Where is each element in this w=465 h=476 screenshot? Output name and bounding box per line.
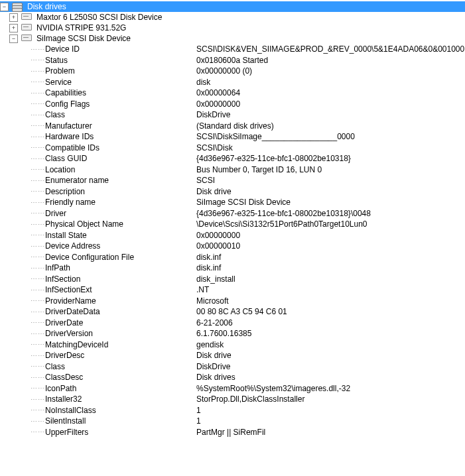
property-row[interactable]: ⋯⋯DriverVersion6.1.7600.16385 <box>31 328 465 339</box>
property-row[interactable]: ⋯⋯Hardware IDsSCSI\DiskSiImage__________… <box>31 131 465 143</box>
tree-guide-icon: ⋯⋯ <box>31 297 45 304</box>
property-value: DiskDrive <box>196 362 465 371</box>
property-value: Bus Number 0, Target ID 16, LUN 0 <box>196 165 465 174</box>
property-value: 0x00000000 <box>196 99 465 109</box>
property-key: Hardware IDs <box>45 132 196 141</box>
property-row[interactable]: ⋯⋯Device Configuration Filedisk.inf <box>31 252 465 263</box>
property-row[interactable]: ⋯⋯Manufacturer(Standard disk drives) <box>31 121 465 132</box>
property-row[interactable]: ⋯⋯Device Address0x00000010 <box>31 241 465 252</box>
tree-node-device[interactable]: + Maxtor 6 L250S0 SCSI Disk Device <box>0 12 465 23</box>
property-value: .NT <box>196 285 465 294</box>
property-key: UpperFilters <box>45 428 196 437</box>
property-value: 6-21-2006 <box>196 318 465 327</box>
property-value: StorProp.Dll,DiskClassInstaller <box>196 394 465 404</box>
property-row[interactable]: ⋯⋯Installer32StorProp.Dll,DiskClassInsta… <box>31 394 465 405</box>
property-row[interactable]: ⋯⋯Config Flags0x00000000 <box>31 99 465 110</box>
property-value: SiImage SCSI Disk Device <box>196 198 465 207</box>
property-row[interactable]: ⋯⋯Device IDSCSI\DISK&VEN_SIIMAGE&PROD_&R… <box>31 44 465 55</box>
property-value: (Standard disk drives) <box>196 121 465 131</box>
property-row[interactable]: ⋯⋯DriverDescDisk drive <box>31 350 465 361</box>
property-key: NoInstallClass <box>45 406 196 415</box>
property-value: gendisk <box>196 340 465 349</box>
tree-guide-icon: ⋯⋯ <box>31 122 45 129</box>
property-key: DriverDateData <box>45 307 196 316</box>
tree-guide-icon: ⋯⋯ <box>31 133 45 141</box>
node-label: Maxtor 6 L250S0 SCSI Disk Device <box>35 13 163 22</box>
tree-node-disk-drives[interactable]: − Disk drives <box>0 1 465 12</box>
expand-icon[interactable]: + <box>9 24 18 32</box>
property-row[interactable]: ⋯⋯ClassDiskDrive <box>31 361 465 373</box>
property-key: Driver <box>45 209 196 218</box>
property-value: 1 <box>196 406 465 415</box>
property-row[interactable]: ⋯⋯InfSectionExt.NT <box>31 284 465 296</box>
tree-guide-icon: ⋯⋯ <box>31 199 45 206</box>
tree-guide-icon: ⋯⋯ <box>31 111 45 119</box>
property-value: PartMgr || SiRemFil <box>196 428 465 437</box>
property-value: SCSI\DiskSiImage_________________0000 <box>196 132 465 141</box>
property-value: DiskDrive <box>196 110 465 119</box>
property-row[interactable]: ⋯⋯UpperFiltersPartMgr || SiRemFil <box>31 427 465 438</box>
collapse-icon[interactable]: − <box>0 3 9 11</box>
tree-guide-icon: ⋯⋯ <box>31 265 45 272</box>
property-row[interactable]: ⋯⋯ClassDescDisk drives <box>31 372 465 383</box>
property-key: DriverDate <box>45 318 196 327</box>
property-key: Friendly name <box>45 198 196 207</box>
property-row[interactable]: ⋯⋯ClassDiskDrive <box>31 109 465 121</box>
property-key: Description <box>45 187 196 196</box>
tree-guide-icon: ⋯⋯ <box>31 428 45 436</box>
property-row[interactable]: ⋯⋯Driver{4d36e967-e325-11ce-bfc1-08002be… <box>31 208 465 219</box>
property-row[interactable]: ⋯⋯ProviderNameMicrosoft <box>31 296 465 307</box>
property-row[interactable]: ⋯⋯MatchingDeviceIdgendisk <box>31 339 465 351</box>
property-value: 6.1.7600.16385 <box>196 329 465 338</box>
tree-node-device[interactable]: + NVIDIA STRIPE 931.52G <box>0 23 465 33</box>
property-row[interactable]: ⋯⋯DriverDate6-21-2006 <box>31 318 465 329</box>
property-key: ProviderName <box>45 296 196 306</box>
tree-guide-icon: ⋯⋯ <box>31 385 45 392</box>
property-value: 0x00000000 <box>196 231 465 240</box>
property-value: 0x00000000 (0) <box>196 66 465 76</box>
property-row[interactable]: ⋯⋯NoInstallClass1 <box>31 405 465 416</box>
property-row[interactable]: ⋯⋯Compatible IDsSCSI\Disk <box>31 143 465 154</box>
property-key: InfPath <box>45 263 196 272</box>
property-key: Class GUID <box>45 154 196 163</box>
property-row[interactable]: ⋯⋯Status0x0180600a Started <box>31 55 465 66</box>
tree-guide-icon: ⋯⋯ <box>31 275 45 282</box>
tree-guide-icon: ⋯⋯ <box>31 100 45 107</box>
property-row[interactable]: ⋯⋯Class GUID{4d36e967-e325-11ce-bfc1-080… <box>31 153 465 164</box>
property-row[interactable]: ⋯⋯SilentInstall1 <box>31 416 465 427</box>
property-row[interactable]: ⋯⋯Enumerator nameSCSI <box>31 175 465 186</box>
property-key: Install State <box>45 231 196 240</box>
property-row[interactable]: ⋯⋯LocationBus Number 0, Target ID 16, LU… <box>31 164 465 176</box>
property-value: SCSI\DISK&VEN_SIIMAGE&PROD_&REV_0000\5&1… <box>196 44 465 54</box>
property-row[interactable]: ⋯⋯Servicedisk <box>31 77 465 88</box>
property-key: Device Address <box>45 241 196 251</box>
property-key: Capabilities <box>45 88 196 97</box>
property-key: Installer32 <box>45 394 196 404</box>
collapse-icon[interactable]: − <box>9 34 18 43</box>
property-row[interactable]: ⋯⋯DescriptionDisk drive <box>31 186 465 198</box>
property-row[interactable]: ⋯⋯Physical Object Name\Device\Scsi\Si313… <box>31 219 465 230</box>
property-row[interactable]: ⋯⋯Friendly nameSiImage SCSI Disk Device <box>31 197 465 208</box>
tree-guide-icon: ⋯⋯ <box>31 418 45 425</box>
tree-node-device[interactable]: − SiImage SCSI Disk Device <box>0 33 465 44</box>
property-value: 0x00000010 <box>196 241 465 251</box>
property-value: Disk drives <box>196 373 465 382</box>
tree-guide-icon: ⋯⋯ <box>31 243 45 250</box>
property-row[interactable]: ⋯⋯Install State0x00000000 <box>31 230 465 241</box>
property-row[interactable]: ⋯⋯InfPathdisk.inf <box>31 263 465 274</box>
drive-icon <box>21 23 33 32</box>
tree-guide-icon: ⋯⋯ <box>31 56 45 64</box>
property-row[interactable]: ⋯⋯DriverDateData00 80 8C A3 C5 94 C6 01 <box>31 306 465 318</box>
property-value: 0x00000064 <box>196 88 465 97</box>
property-row[interactable]: ⋯⋯IconPath%SystemRoot%\System32\imageres… <box>31 383 465 394</box>
property-key: InfSection <box>45 274 196 284</box>
property-row[interactable]: ⋯⋯Problem0x00000000 (0) <box>31 66 465 77</box>
expand-icon[interactable]: + <box>9 13 18 22</box>
property-value: SCSI <box>196 176 465 185</box>
drive-icon <box>21 13 33 22</box>
tree-guide-icon: ⋯⋯ <box>31 188 45 195</box>
tree-guide-icon: ⋯⋯ <box>31 352 45 359</box>
property-row[interactable]: ⋯⋯InfSectiondisk_install <box>31 274 465 285</box>
property-row[interactable]: ⋯⋯Capabilities0x00000064 <box>31 88 465 99</box>
tree-guide-icon: ⋯⋯ <box>31 155 45 162</box>
